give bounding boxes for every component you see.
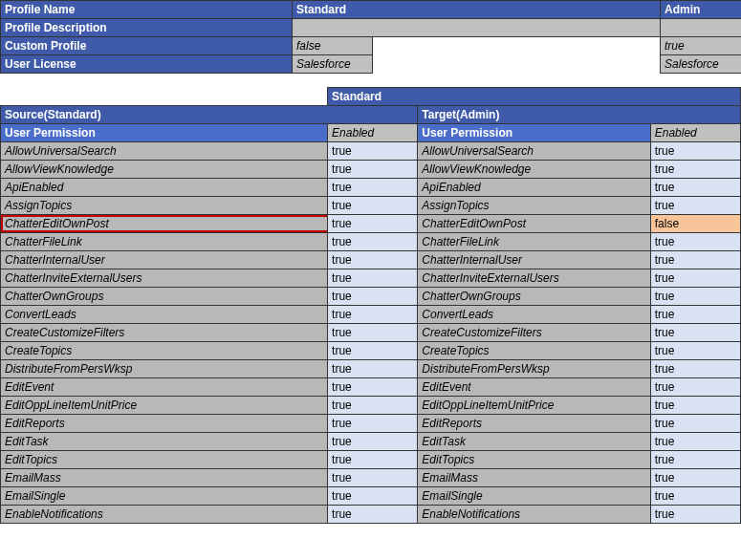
tgt-enabled-value: true <box>650 287 740 305</box>
table-row: DistributeFromPersWksptrueDistributeFrom… <box>1 359 741 377</box>
tgt-enabled-value: true <box>650 414 740 432</box>
tgt-enabled-value: true <box>650 432 740 450</box>
table-row: EnableNotificationstrueEnableNotificatio… <box>1 505 741 523</box>
profile-name-label: Profile Name <box>1 1 293 19</box>
standard-col-header: Standard <box>293 1 661 19</box>
src-permission-name: EmailSingle <box>1 486 328 505</box>
tgt-permission-name: ChatterInviteExternalUsers <box>418 269 650 287</box>
src-permission-name: AllowUniversalSearch <box>1 141 328 160</box>
tgt-permission-name: EmailSingle <box>418 486 650 505</box>
custom-profile-standard: false <box>293 37 373 55</box>
custom-profile-admin: true <box>661 37 741 55</box>
table-row: ChatterFileLinktrueChatterFileLinktrue <box>1 232 741 250</box>
tgt-enabled-value: true <box>650 468 740 486</box>
src-enabled-value: true <box>328 377 418 396</box>
tgt-permission-name: ChatterOwnGroups <box>418 287 650 305</box>
src-enabled-value: true <box>328 287 418 305</box>
src-user-permission-header: User Permission <box>1 123 328 141</box>
src-enabled-value: true <box>328 450 418 468</box>
tgt-permission-name: ChatterInternalUser <box>418 250 650 269</box>
tgt-enabled-value: true <box>650 232 740 250</box>
src-permission-name: AssignTopics <box>1 196 328 214</box>
tgt-permission-name: ChatterFileLink <box>418 232 650 250</box>
tgt-permission-name: EditReports <box>418 414 650 432</box>
tgt-enabled-value: true <box>650 505 740 523</box>
profile-desc-label: Profile Description <box>1 19 293 37</box>
tgt-permission-name: CreateTopics <box>418 341 650 359</box>
src-permission-name: CreateTopics <box>1 341 328 359</box>
table-row: EditReportstrueEditReportstrue <box>1 414 741 432</box>
source-header: Source(Standard) <box>1 105 418 123</box>
tgt-enabled-value: true <box>650 250 740 269</box>
src-permission-name: EditReports <box>1 414 328 432</box>
tgt-permission-name: AllowUniversalSearch <box>418 141 650 160</box>
src-enabled-value: true <box>328 305 418 323</box>
meta-table: Profile Name Standard Admin Profile Desc… <box>0 0 741 87</box>
src-permission-name: EditTopics <box>1 450 328 468</box>
admin-col-header: Admin <box>661 1 741 19</box>
table-row: EditTopicstrueEditTopicstrue <box>1 450 741 468</box>
table-row: AllowViewKnowledgetrueAllowViewKnowledge… <box>1 160 741 178</box>
tgt-enabled-value: true <box>650 160 740 178</box>
src-permission-name: ChatterInviteExternalUsers <box>1 269 328 287</box>
table-row: ConvertLeadstrueConvertLeadstrue <box>1 305 741 323</box>
tgt-enabled-value: false <box>650 214 740 232</box>
src-permission-name: EmailMass <box>1 468 328 486</box>
tgt-permission-name: EditEvent <box>418 377 650 396</box>
table-row: ChatterInternalUsertrueChatterInternalUs… <box>1 250 741 269</box>
tgt-permission-name: EditOppLineItemUnitPrice <box>418 396 650 414</box>
src-permission-name: ChatterEditOwnPost <box>1 214 328 232</box>
tgt-enabled-value: true <box>650 359 740 377</box>
tgt-permission-name: AssignTopics <box>418 196 650 214</box>
profile-desc-standard <box>293 19 661 37</box>
tgt-user-permission-header: User Permission <box>418 123 650 141</box>
tgt-permission-name: EmailMass <box>418 468 650 486</box>
tgt-enabled-value: true <box>650 450 740 468</box>
src-enabled-value: true <box>328 196 418 214</box>
src-enabled-value: true <box>328 214 418 232</box>
tgt-enabled-value: true <box>650 269 740 287</box>
table-row: ChatterInviteExternalUserstrueChatterInv… <box>1 269 741 287</box>
src-enabled-value: true <box>328 323 418 341</box>
tgt-enabled-value: true <box>650 305 740 323</box>
src-permission-name: EnableNotifications <box>1 505 328 523</box>
user-license-standard: Salesforce <box>293 55 373 74</box>
tgt-permission-name: CreateCustomizeFilters <box>418 323 650 341</box>
src-enabled-value: true <box>328 250 418 269</box>
src-enabled-value: true <box>328 341 418 359</box>
src-enabled-value: true <box>328 468 418 486</box>
table-row: EditOppLineItemUnitPricetrueEditOppLineI… <box>1 396 741 414</box>
src-permission-name: EditEvent <box>1 377 328 396</box>
tgt-enabled-value: true <box>650 377 740 396</box>
custom-profile-label: Custom Profile <box>1 37 293 55</box>
table-row: EditTasktrueEditTasktrue <box>1 432 741 450</box>
tgt-enabled-header: Enabled <box>650 123 740 141</box>
src-enabled-value: true <box>328 141 418 160</box>
src-enabled-value: true <box>328 269 418 287</box>
src-enabled-value: true <box>328 396 418 414</box>
tgt-enabled-value: true <box>650 341 740 359</box>
src-permission-name: ChatterFileLink <box>1 232 328 250</box>
src-enabled-value: true <box>328 232 418 250</box>
tgt-permission-name: ApiEnabled <box>418 178 650 196</box>
tgt-permission-name: ConvertLeads <box>418 305 650 323</box>
group-header: Standard <box>328 87 741 105</box>
tgt-permission-name: EditTopics <box>418 450 650 468</box>
src-enabled-value: true <box>328 359 418 377</box>
src-permission-name: CreateCustomizeFilters <box>1 323 328 341</box>
src-enabled-value: true <box>328 486 418 505</box>
table-row: CreateCustomizeFilterstrueCreateCustomiz… <box>1 323 741 341</box>
table-row: ApiEnabledtrueApiEnabledtrue <box>1 178 741 196</box>
src-permission-name: ApiEnabled <box>1 178 328 196</box>
tgt-permission-name: AllowViewKnowledge <box>418 160 650 178</box>
user-license-admin: Salesforce <box>661 55 741 74</box>
src-permission-name: DistributeFromPersWksp <box>1 359 328 377</box>
tgt-permission-name: DistributeFromPersWksp <box>418 359 650 377</box>
table-row: ChatterEditOwnPosttrueChatterEditOwnPost… <box>1 214 741 232</box>
src-enabled-value: true <box>328 178 418 196</box>
tgt-enabled-value: true <box>650 196 740 214</box>
user-license-label: User License <box>1 55 293 74</box>
tgt-enabled-value: true <box>650 178 740 196</box>
src-enabled-header: Enabled <box>328 123 418 141</box>
tgt-enabled-value: true <box>650 323 740 341</box>
